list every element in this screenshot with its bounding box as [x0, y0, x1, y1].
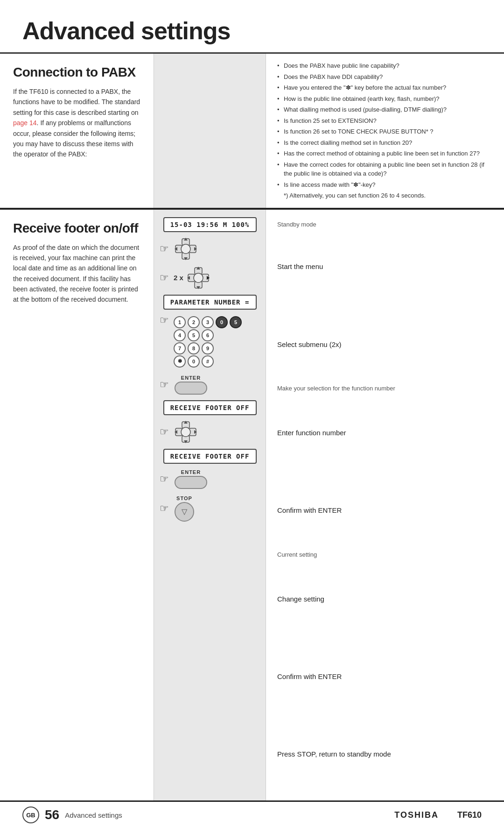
key-8[interactable]: 8	[188, 342, 200, 354]
page-footer: GB 56 Advanced settings TOSHIBA TF610	[0, 800, 504, 828]
step7-text: Confirm with ENTER	[277, 672, 342, 681]
bullet-item: Is function 25 set to EXTENSION?	[277, 116, 493, 126]
footer-left: GB 56 Advanced settings	[22, 807, 122, 823]
bullet-item: What dialling method is used (pulse-dial…	[277, 105, 493, 114]
current-setting-label: Current setting	[277, 551, 493, 558]
receive-footer-right-column: Standby mode Start the menu Select subme…	[266, 210, 504, 801]
hand-pointer-icon-4: ☞	[160, 379, 169, 391]
hand-pointer-icon-7: ☞	[160, 502, 169, 515]
receive-footer-body: As proof of the date on which the docume…	[13, 242, 140, 305]
receive-footer-section-title: Receive footer on/off	[13, 221, 140, 236]
hand-pointer-icon-6: ☞	[160, 473, 169, 485]
bullet-item: Have you entered the "✽" key before the …	[277, 83, 493, 92]
enter-label-2: ENTER	[181, 469, 201, 475]
pabx-middle-column	[154, 54, 266, 208]
key-5-highlighted[interactable]: 5	[230, 316, 242, 328]
key-2[interactable]: 2	[188, 316, 200, 328]
enter-button-2[interactable]	[175, 476, 207, 489]
key-0[interactable]: 0	[188, 355, 200, 368]
function-number-sublabel: Make your selection for the function num…	[277, 385, 493, 392]
arrow-cross-icon	[174, 237, 198, 261]
step-confirm-enter-1-label: Confirm with ENTER	[277, 472, 493, 549]
keypad-section: ☞ 1 2 3 0 5 4 5 6	[160, 314, 260, 369]
keypad-row-2: 4 5 6	[174, 329, 214, 341]
enter-button-wrap-1: ENTER	[175, 375, 207, 395]
step1-text: Start the menu	[277, 262, 323, 271]
step5-text: Confirm with ENTER	[277, 505, 342, 515]
section-pabx: Connection to PABX If the TF610 is conne…	[0, 54, 504, 210]
svg-point-17	[194, 273, 203, 283]
hand-pointer-icon-5: ☞	[160, 426, 169, 438]
page: Advanced settings Connection to PABX If …	[0, 0, 504, 828]
enter-step-1: ☞ ENTER	[160, 374, 260, 396]
step-select-submenu-label: Select submenu (2x)	[277, 305, 493, 383]
keypad-row-1: 1 2 3 0 5	[174, 316, 242, 328]
enter-button-1[interactable]	[175, 382, 207, 395]
key-4[interactable]: 4	[174, 329, 186, 341]
bullet-item: How is the public line obtained (earth k…	[277, 94, 493, 104]
key-7[interactable]: 7	[174, 342, 186, 354]
stop-button-wrap: STOP ▽	[175, 495, 194, 522]
step-change-setting: ☞	[160, 420, 260, 444]
display-parameter-number: PARAMETER NUMBER =	[163, 295, 257, 310]
step-start-menu-label: Start the menu	[277, 228, 493, 305]
key-5[interactable]: 5	[188, 329, 200, 341]
key-1[interactable]: 1	[174, 316, 186, 328]
pabx-body-text: If the TF610 is connected to a PABX, the…	[13, 86, 140, 160]
step-confirm-enter-2-label: Confirm with ENTER	[277, 637, 493, 715]
key-star[interactable]: ✽	[174, 355, 186, 368]
enter-label-1: ENTER	[181, 375, 201, 381]
footer-section-label: Advanced settings	[65, 811, 122, 819]
display-receive-footer-2: RECEIVE FOOTER OFF	[163, 449, 257, 464]
pabx-note: *) Alternatively, you can set function 2…	[277, 191, 493, 200]
step6-text: Change setting	[277, 594, 324, 604]
multiplier-label: 2 x	[174, 274, 183, 282]
pabx-section-title: Connection to PABX	[13, 65, 140, 80]
bullet-item: Is the correct dialling method set in fu…	[277, 138, 493, 148]
pabx-bullet-list: Does the PABX have public line capabilit…	[277, 61, 493, 189]
display-standby: 15-03 19:56 M 100%	[163, 217, 257, 232]
enter-step-2: ☞ ENTER	[160, 468, 260, 490]
receive-footer-left-column: Receive footer on/off As proof of the da…	[0, 210, 154, 801]
key-hash[interactable]: #	[202, 355, 214, 368]
step8-text: Press STOP, return to standby mode	[277, 749, 391, 759]
step-select-submenu: ☞ 2 x	[160, 266, 260, 290]
page-number: 56	[45, 807, 59, 822]
footer-right: TOSHIBA TF610	[394, 810, 482, 820]
key-3[interactable]: 3	[202, 316, 214, 328]
svg-point-8	[181, 244, 190, 254]
content: Connection to PABX If the TF610 is conne…	[0, 54, 504, 800]
step4-text: Enter function number	[277, 428, 346, 438]
enter-button-wrap-2: ENTER	[175, 469, 207, 489]
step-start-menu: ☞	[160, 237, 260, 261]
hand-pointer-icon: ☞	[160, 243, 169, 255]
key-6[interactable]: 6	[202, 329, 214, 341]
key-9[interactable]: 9	[202, 342, 214, 354]
bullet-item: Have the correct codes for obtaining a p…	[277, 160, 493, 178]
arrow-cross-icon-2	[186, 266, 210, 290]
page-title: Advanced settings	[0, 0, 504, 54]
stop-label: STOP	[176, 495, 192, 501]
pabx-left-column: Connection to PABX If the TF610 is conne…	[0, 54, 154, 208]
arrow-cross-icon-3	[174, 420, 198, 444]
keypad: 1 2 3 0 5 4 5 6 7 8	[174, 316, 242, 368]
bullet-item: Is line access made with "✽"-key?	[277, 180, 493, 190]
pabx-right-column: Does the PABX have public line capabilit…	[266, 54, 504, 208]
stop-button[interactable]: ▽	[175, 502, 194, 522]
hand-pointer-icon-2: ☞	[160, 272, 169, 284]
bullet-item: Has the correct method of obtaining a pu…	[277, 149, 493, 158]
standby-mode-label: Standby mode	[277, 217, 493, 228]
step-enter-function-number-label: Enter function number	[277, 394, 493, 471]
bullet-item: Does the PABX have public line capabilit…	[277, 61, 493, 71]
step2-text: Select submenu (2x)	[277, 340, 342, 349]
page-link[interactable]: page 14	[13, 119, 37, 127]
display-receive-footer-1: RECEIVE FOOTER OFF	[163, 400, 257, 415]
step-change-setting-label: Change setting	[277, 560, 493, 637]
key-0-highlighted[interactable]: 0	[216, 316, 228, 328]
footer-brand: TOSHIBA	[394, 810, 439, 820]
bullet-item: Does the PABX have DDI capability?	[277, 72, 493, 82]
hand-pointer-icon-3: ☞	[160, 314, 169, 326]
receive-footer-middle-column: 15-03 19:56 M 100% ☞	[154, 210, 266, 801]
footer-model: TF610	[457, 810, 482, 820]
section-receive-footer: Receive footer on/off As proof of the da…	[0, 210, 504, 801]
